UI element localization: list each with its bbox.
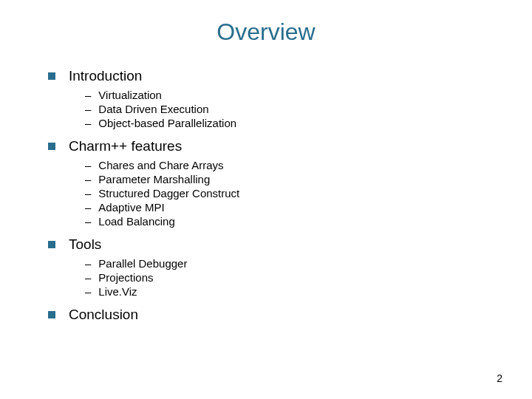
sub-text: Structured Dagger Construct — [98, 187, 239, 200]
dash-icon: – — [85, 257, 91, 270]
bullet-heading: Tools — [69, 236, 101, 253]
bullet-item: Conclusion — [48, 307, 495, 323]
sub-text: Chares and Chare Arrays — [98, 159, 223, 171]
sub-item: – Structured Dagger Construct — [85, 187, 495, 200]
sub-item: – Projections — [85, 271, 495, 284]
sub-text: Parameter Marshalling — [98, 173, 210, 185]
dash-icon: – — [85, 187, 91, 200]
dash-icon: – — [85, 215, 91, 228]
sub-item: – Adaptive MPI — [85, 201, 495, 214]
dash-icon: – — [85, 201, 91, 214]
slide-title: Overview — [37, 18, 495, 46]
sub-text: Object-based Parallelization — [98, 117, 236, 129]
sub-item: – Virtualization — [85, 89, 495, 101]
sub-item: – Parameter Marshalling — [85, 173, 495, 185]
bullet-heading: Conclusion — [69, 307, 138, 323]
sub-item: – Parallel Debugger — [85, 257, 495, 270]
sub-item: – Load Balancing — [85, 215, 495, 228]
sub-item: – Live.Viz — [85, 285, 495, 298]
sub-text: Adaptive MPI — [98, 201, 164, 214]
sub-item: – Data Driven Execution — [85, 103, 495, 115]
bullet-square-icon — [48, 311, 55, 318]
bullet-heading: Charm++ features — [69, 138, 182, 154]
bullet-square-icon — [48, 241, 55, 248]
sub-item: – Chares and Chare Arrays — [85, 159, 495, 171]
sub-item: – Object-based Parallelization — [85, 117, 495, 129]
page-number: 2 — [497, 372, 502, 384]
sub-list: – Parallel Debugger – Projections – Live… — [48, 257, 495, 298]
slide-container: Overview Introduction – Virtualization –… — [0, 0, 532, 399]
dash-icon: – — [85, 159, 91, 171]
sub-list: – Virtualization – Data Driven Execution… — [48, 89, 495, 129]
sub-list: – Chares and Chare Arrays – Parameter Ma… — [48, 159, 495, 228]
dash-icon: – — [85, 117, 91, 129]
bullet-item: Charm++ features — [48, 138, 495, 154]
bullet-square-icon — [48, 143, 55, 150]
sub-text: Live.Viz — [98, 285, 137, 298]
bullet-square-icon — [48, 72, 55, 80]
dash-icon: – — [85, 103, 91, 115]
dash-icon: – — [85, 285, 91, 298]
sub-text: Parallel Debugger — [98, 257, 187, 270]
sub-text: Projections — [98, 271, 153, 284]
bullet-item: Introduction — [48, 68, 495, 84]
bullet-item: Tools — [48, 236, 495, 253]
dash-icon: – — [85, 271, 91, 284]
dash-icon: – — [85, 173, 91, 185]
dash-icon: – — [85, 89, 91, 101]
sub-text: Load Balancing — [98, 215, 174, 228]
slide-content: Introduction – Virtualization – Data Dri… — [37, 68, 495, 323]
bullet-heading: Introduction — [69, 68, 142, 84]
sub-text: Virtualization — [98, 89, 162, 101]
sub-text: Data Driven Execution — [98, 103, 208, 115]
